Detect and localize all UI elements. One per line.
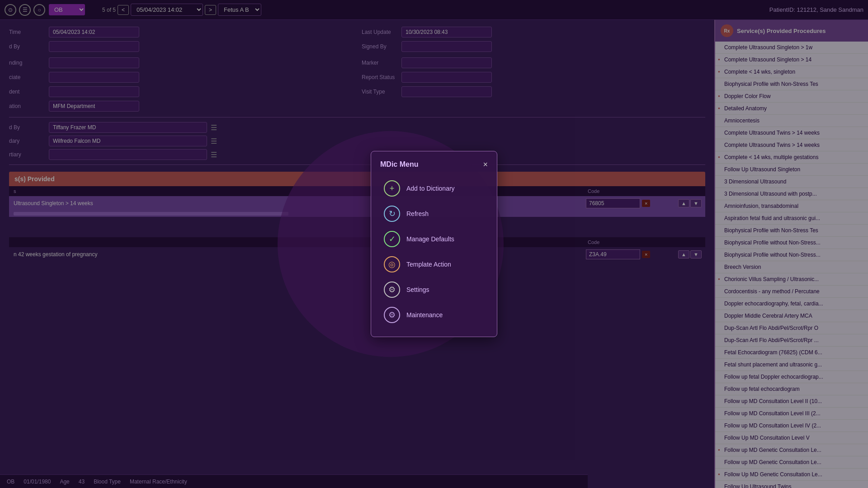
mdic-menu-header: MDic Menu ×: [380, 160, 488, 169]
mdic-menu-item-maintenance[interactable]: ⚙Maintenance: [380, 302, 488, 328]
refresh-label: Refresh: [406, 210, 429, 217]
maintenance-icon: ⚙: [384, 307, 400, 323]
add-dictionary-label: Add to Dictionary: [406, 185, 455, 192]
mdic-menu-item-template-action[interactable]: ◎Template Action: [380, 252, 488, 277]
mdic-menu-item-manage-defaults[interactable]: ✓Manage Defaults: [380, 226, 488, 252]
mdic-menu-item-add-dictionary[interactable]: +Add to Dictionary: [380, 176, 488, 201]
mdic-menu: MDic Menu × +Add to Dictionary↻Refresh✓M…: [371, 151, 497, 337]
refresh-icon: ↻: [384, 206, 400, 222]
mdic-close-button[interactable]: ×: [483, 160, 488, 169]
add-dictionary-icon: +: [384, 180, 400, 197]
template-action-label: Template Action: [406, 261, 451, 268]
template-action-icon: ◎: [384, 256, 400, 272]
mdic-menu-item-refresh[interactable]: ↻Refresh: [380, 201, 488, 226]
mdic-menu-item-settings[interactable]: ⚙Settings: [380, 277, 488, 302]
mdic-items-container: +Add to Dictionary↻Refresh✓Manage Defaul…: [380, 176, 488, 328]
settings-icon: ⚙: [384, 282, 400, 298]
manage-defaults-icon: ✓: [384, 231, 400, 247]
settings-label: Settings: [406, 286, 429, 293]
modal-overlay: MDic Menu × +Add to Dictionary↻Refresh✓M…: [0, 0, 868, 488]
mdic-menu-title: MDic Menu: [380, 160, 418, 169]
manage-defaults-label: Manage Defaults: [406, 235, 454, 243]
maintenance-label: Maintenance: [406, 311, 443, 319]
